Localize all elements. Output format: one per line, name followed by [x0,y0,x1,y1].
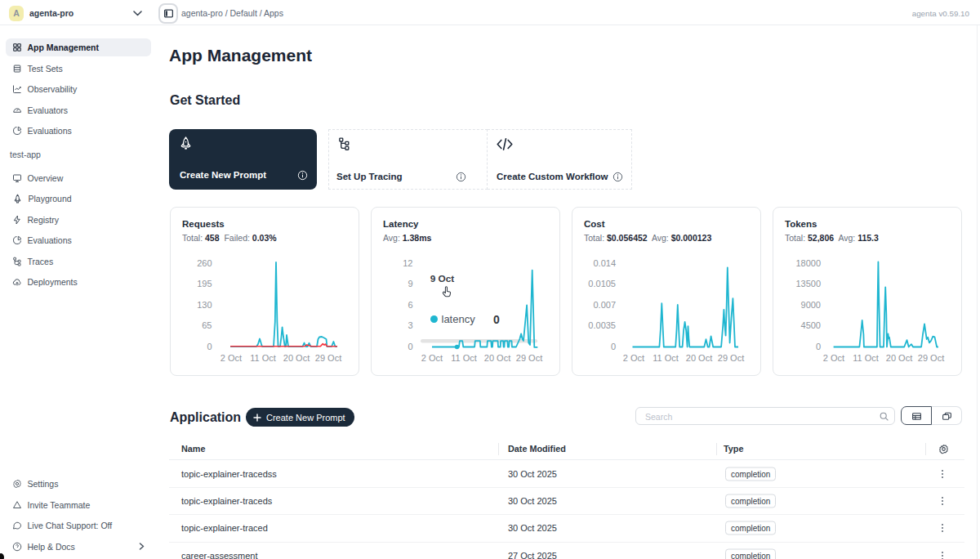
svg-text:9 Oct: 9 Oct [430,273,455,284]
svg-text:11 Oct: 11 Oct [451,353,477,363]
svg-text:2 Oct: 2 Oct [623,353,644,363]
svg-text:9000: 9000 [801,300,821,310]
svg-text:2 Oct: 2 Oct [823,353,844,363]
svg-text:20 Oct: 20 Oct [283,353,310,363]
svg-text:29 Oct: 29 Oct [315,353,341,363]
svg-text:65: 65 [202,320,212,330]
svg-text:2 Oct: 2 Oct [421,353,443,363]
svg-text:12: 12 [403,258,412,268]
svg-text:0: 0 [408,342,412,351]
svg-text:0.0035: 0.0035 [588,320,616,330]
svg-text:11 Oct: 11 Oct [653,353,679,363]
svg-text:18000: 18000 [795,258,821,268]
svg-text:29 Oct: 29 Oct [718,353,744,363]
svg-text:11 Oct: 11 Oct [853,353,879,363]
svg-text:29 Oct: 29 Oct [516,353,542,363]
svg-text:4500: 4500 [801,320,821,330]
svg-text:9: 9 [408,279,412,288]
svg-text:3: 3 [408,320,412,330]
svg-text:195: 195 [197,279,212,288]
svg-text:0: 0 [493,313,500,326]
svg-text:29 Oct: 29 Oct [918,353,944,363]
svg-text:0: 0 [611,342,616,351]
svg-text:13500: 13500 [795,279,821,288]
svg-text:20 Oct: 20 Oct [886,353,912,363]
svg-text:11 Oct: 11 Oct [250,353,276,363]
svg-text:0: 0 [816,342,821,351]
svg-text:latency: latency [442,313,476,325]
svg-text:20 Oct: 20 Oct [686,353,712,363]
svg-text:260: 260 [197,258,212,268]
svg-text:0.014: 0.014 [593,258,616,268]
svg-text:130: 130 [197,300,212,310]
svg-text:0.007: 0.007 [593,300,616,310]
svg-text:20 Oct: 20 Oct [484,353,510,363]
svg-text:0.0105: 0.0105 [588,279,616,288]
svg-text:0: 0 [207,342,212,351]
svg-text:2 Oct: 2 Oct [220,353,242,363]
svg-text:6: 6 [408,300,412,310]
